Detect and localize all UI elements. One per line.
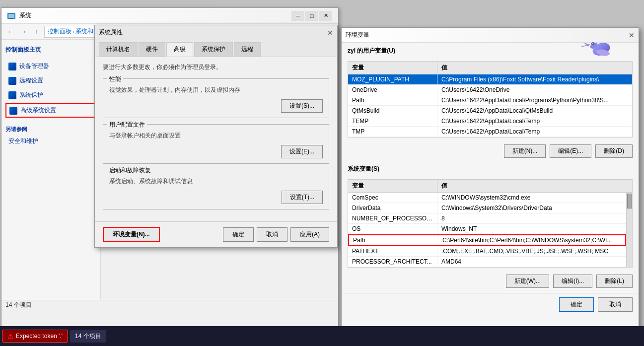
sys-var-value: 8: [437, 213, 626, 223]
sidebar-item-protection[interactable]: 系统保护: [5, 89, 96, 101]
shield-icon-4: [9, 107, 17, 115]
error-icon: ⚠: [7, 332, 14, 340]
tab-hardware[interactable]: 硬件: [139, 42, 165, 57]
user-profiles-settings-btn[interactable]: 设置(E)...: [281, 145, 323, 158]
sidebar-home[interactable]: 控制面板主页: [5, 46, 96, 54]
scrollbar[interactable]: [626, 193, 632, 267]
bottom-status: 14 个项目: [1, 300, 338, 310]
ok-button[interactable]: 确定: [223, 227, 254, 242]
user-new-btn[interactable]: 新建(N)...: [504, 144, 546, 158]
user-var-row[interactable]: TEMPC:\Users\16422\AppData\Local\Temp: [348, 116, 632, 127]
env-footer: 确定 取消: [342, 293, 639, 316]
warning-text: 要进行大多数更改，你必须作为管理员登录。: [103, 63, 329, 71]
sys-var-value: C:\WINDOWS\system32\cmd.exe: [437, 193, 626, 203]
sys-var-row[interactable]: PathC:\Perl64\site\bin;C:\Perl64\bin;C:\…: [348, 234, 626, 246]
sidebar-item-remote[interactable]: 远程设置: [5, 74, 96, 87]
user-var-row[interactable]: PathC:\Users\16422\AppData\Local\Program…: [348, 95, 632, 106]
sidebar-section-label: 另请参阅: [5, 126, 96, 133]
sys-edit-btn[interactable]: 编辑(I)...: [553, 275, 592, 288]
sys-var-row[interactable]: PATHEXT.COM;.EXE;.BAT;.CMD;.VBS;.VBE;.JS…: [348, 246, 626, 257]
user-var-row[interactable]: MOZ_PLUGIN_PATHC:\Program Files (x86)\Fo…: [348, 74, 632, 85]
dialog-footer: 环境变量(N)... 确定 取消 应用(A): [95, 221, 337, 247]
addr-controlpanel[interactable]: 控制面板: [48, 27, 72, 36]
sys-var-name: PATHEXT: [348, 246, 437, 256]
sidebar-item-advanced[interactable]: 高级系统设置: [5, 103, 96, 118]
dialog-title: 系统属性: [99, 28, 123, 37]
startup-recovery-label: 启动和故障恢复: [107, 166, 153, 175]
taskbar-files-item[interactable]: 14 个项目: [70, 330, 106, 343]
sys-var-value: C:\Windows\System32\Drivers\DriverData: [437, 203, 626, 213]
sys-var-name: OS: [348, 224, 437, 234]
bird-logo-area: [579, 32, 619, 71]
user-var-name-header: 变量: [348, 62, 437, 74]
user-profiles-section: 用户配置文件 与登录帐户相关的桌面设置 设置(E)...: [103, 124, 329, 164]
minimize-button[interactable]: ─: [291, 11, 304, 21]
sidebar-link-security[interactable]: 安全和维护: [5, 135, 96, 147]
sys-var-row[interactable]: PROCESSOR_ARCHITECT...AMD64: [348, 257, 626, 267]
apply-button[interactable]: 应用(A): [290, 227, 329, 242]
bird-icon: [579, 32, 619, 71]
user-var-name: OneDrive: [348, 85, 437, 95]
sys-var-name: DriverData: [348, 203, 437, 213]
close-button[interactable]: ✕: [319, 11, 332, 21]
shield-icon-1: [8, 63, 16, 70]
system-window-icon: [7, 12, 15, 20]
sys-var-value-header: 值: [437, 180, 632, 192]
env-variables-btn[interactable]: 环境变量(N)...: [103, 227, 160, 242]
sys-var-row[interactable]: OSWindows_NT: [348, 224, 626, 234]
sidebar: 控制面板主页 设备管理器 远程设置 系统保护 高级系统设置 另请参阅 安全和维护: [1, 40, 101, 310]
startup-recovery-desc: 系统启动、系统故障和调试信息: [109, 177, 323, 186]
sys-var-name: ComSpec: [348, 193, 437, 203]
sys-var-row[interactable]: ComSpecC:\WINDOWS\system32\cmd.exe: [348, 193, 626, 203]
taskbar-error-item[interactable]: ⚠ Expected token '.': [2, 330, 68, 343]
user-profiles-desc: 与登录帐户相关的桌面设置: [109, 132, 323, 140]
user-delete-btn[interactable]: 删除(D): [595, 144, 633, 158]
tab-system-protection[interactable]: 系统保护: [194, 42, 233, 57]
user-profiles-label: 用户配置文件: [107, 121, 147, 129]
sys-var-row[interactable]: NUMBER_OF_PROCESSORS8: [348, 213, 626, 224]
startup-recovery-settings-btn[interactable]: 设置(T)...: [282, 191, 323, 204]
system-window-title: 系统: [19, 11, 31, 20]
performance-desc: 视觉效果，处理器计划，内存使用，以及虚拟内存: [109, 86, 323, 94]
taskbar-files-label: 14 个项目: [75, 332, 101, 341]
maximize-button[interactable]: □: [305, 11, 318, 21]
svg-rect-1: [8, 14, 14, 18]
env-cancel-btn[interactable]: 取消: [598, 297, 633, 312]
tab-computer-name[interactable]: 计算机名: [99, 42, 138, 57]
user-var-value: C:\Users\16422\AppData\Local\Programs\Py…: [437, 95, 632, 105]
back-button[interactable]: ←: [5, 27, 15, 37]
tab-advanced[interactable]: 高级: [166, 42, 193, 57]
sys-vars-header: 变量 值: [348, 180, 632, 193]
user-var-name: QtMsBuild: [348, 106, 437, 116]
user-var-row[interactable]: QtMsBuildC:\Users\16422\AppData\Local\Qt…: [348, 106, 632, 116]
svg-point-7: [591, 42, 594, 45]
sys-var-row[interactable]: DriverDataC:\Windows\System32\Drivers\Dr…: [348, 203, 626, 213]
sidebar-item-device-manager[interactable]: 设备管理器: [5, 60, 96, 72]
cancel-button[interactable]: 取消: [257, 227, 287, 242]
user-vars-table: 变量 值 MOZ_PLUGIN_PATHC:\Program Files (x8…: [348, 61, 633, 138]
sys-var-value: C:\Perl64\site\bin;C:\Perl64\bin;C:\WIND…: [438, 235, 625, 245]
dialog-close-button[interactable]: ✕: [327, 29, 333, 37]
dialog-body: 要进行大多数更改，你必须作为管理员登录。 性能 视觉效果，处理器计划，内存使用，…: [95, 57, 337, 221]
sys-var-name: NUMBER_OF_PROCESSORS: [348, 213, 437, 223]
env-ok-btn[interactable]: 确定: [559, 297, 594, 312]
env-close-button[interactable]: ✕: [629, 31, 635, 39]
system-titlebar: 系统 ─ □ ✕: [1, 8, 338, 24]
sys-var-value: Windows_NT: [437, 224, 626, 234]
forward-button[interactable]: →: [18, 27, 28, 37]
user-var-name: TMP: [348, 127, 437, 137]
user-edit-btn[interactable]: 编辑(E)...: [550, 144, 591, 158]
sys-delete-btn[interactable]: 删除(L): [596, 275, 633, 288]
shield-icon-3: [8, 91, 16, 99]
sys-var-value: .COM;.EXE;.BAT;.CMD;.VBS;.VBE;.JS;.JSE;.…: [437, 246, 626, 256]
user-var-name: TEMP: [348, 116, 437, 126]
performance-settings-btn[interactable]: 设置(S)...: [281, 99, 323, 113]
user-var-value: C:\Users\16422\AppData\Local\Temp: [437, 116, 632, 126]
sys-new-btn[interactable]: 新建(W)...: [506, 275, 549, 288]
up-button[interactable]: ↑: [31, 27, 41, 37]
user-var-row[interactable]: OneDriveC:\Users\16422\OneDrive: [348, 85, 632, 95]
env-title: 环境变量: [346, 31, 369, 39]
tab-remote[interactable]: 远程: [234, 42, 261, 57]
user-var-row[interactable]: TMPC:\Users\16422\AppData\Local\Temp: [348, 127, 632, 137]
status-items-count: 14 个项目: [5, 301, 32, 309]
